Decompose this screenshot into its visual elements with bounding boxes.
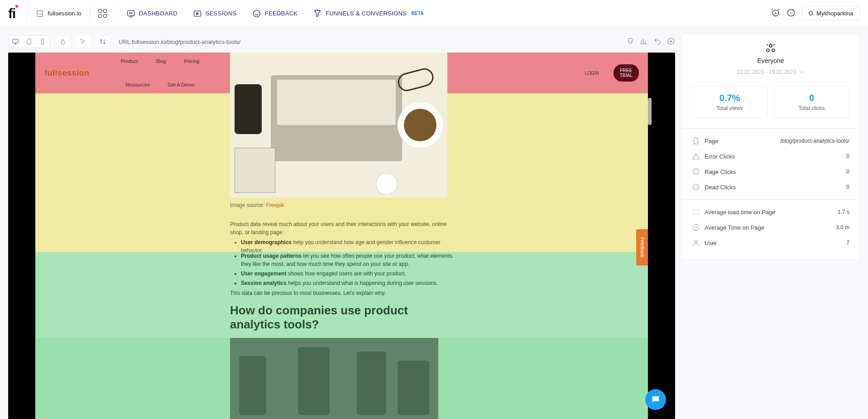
download-icon[interactable] [667,37,675,47]
site-name: fullsession.io [48,10,81,17]
image-credit: Image source: Freepik [230,202,284,208]
bulb-icon[interactable] [626,37,634,47]
page-nav: Product Blog Pricing Resources Get A Dem… [101,58,219,87]
divider [115,5,115,22]
metric-views: 0.7% Total views [692,86,767,118]
stat-error-clicks: Error Clicks 0 [692,149,849,164]
device-group [8,35,50,48]
metric-value: 0.7% [696,93,763,103]
svg-rect-0 [37,10,43,17]
nav-label: SESSIONS [206,10,237,17]
loader-icon [692,208,700,216]
outro-text: This data can be precious to most busine… [230,289,461,297]
smile-icon [252,9,261,18]
metric-clicks: 0 Total clicks [774,86,849,118]
nav-funnels[interactable]: FUNNELS & CONVERSIONS BETA [313,9,424,18]
stat-load-time: Average load time on Page 1.7 s [692,204,849,220]
dashboard-icon [126,9,135,18]
funnel-icon [313,9,322,18]
main: fullsession Product Blog Pricing Resourc… [0,27,868,419]
page-icon [692,137,700,145]
apps-icon[interactable] [98,9,107,18]
divider [27,5,28,22]
user-name: O. Mykhoparkina [809,10,853,17]
site-selector[interactable]: fullsession.io [36,10,81,18]
alarm-icon[interactable] [771,8,780,19]
thumbs-up-icon[interactable] [56,36,70,48]
viewer-toolbar [8,34,675,53]
page-canvas[interactable]: fullsession Product Blog Pricing Resourc… [35,53,648,419]
warning-icon [692,152,700,160]
info-icon[interactable] [786,8,796,19]
url-input[interactable] [119,35,620,48]
nav-label: DASHBOARD [139,10,177,17]
main-nav: DASHBOARD SESSIONS FEEDBACK FUNNELS & CO… [126,9,424,18]
segment-icon [764,43,777,54]
svg-point-13 [769,44,772,47]
clock-icon [692,223,700,231]
cursor-icon[interactable] [76,36,90,48]
beta-badge: BETA [411,11,424,16]
angry-icon [692,168,700,176]
page-nav-item[interactable]: Resources [126,82,150,87]
chat-button[interactable] [645,389,666,410]
svg-point-17 [695,240,697,243]
device-mobile[interactable] [36,36,49,48]
svg-point-14 [693,169,699,175]
page-nav-item[interactable]: Get A Demo [168,82,194,87]
chevron-down-icon [799,69,804,75]
play-icon [193,9,202,18]
divider [90,5,90,22]
app-logo: fi [8,6,19,21]
device-desktop[interactable] [9,36,22,48]
svg-point-11 [767,49,769,52]
page-nav-item[interactable]: Blog [156,58,166,64]
svg-point-15 [693,184,699,190]
nav-label: FUNNELS & CONVERSIONS [326,10,407,17]
metric-label: Total views [696,105,763,111]
device-tablet[interactable] [22,36,36,48]
user-menu[interactable]: O. Mykhoparkina [802,6,860,20]
page-logo: fullsession [44,68,90,78]
svg-point-12 [772,49,775,52]
stat-page: Page /blog/product-analytics-tools/ [692,133,849,149]
nav-sessions[interactable]: SESSIONS [193,9,237,18]
nav-feedback[interactable]: FEEDBACK [252,9,297,18]
compare-icon[interactable] [96,36,110,48]
nav-dashboard[interactable]: DASHBOARD [126,9,177,18]
page-nav-item[interactable]: Pricing [184,58,200,64]
svg-rect-7 [13,39,18,43]
svg-point-4 [253,10,260,17]
stat-dead-clicks: Dead Clicks 0 [692,179,849,195]
date-range[interactable]: 12.01.2023 - 19.01.2023 [737,69,805,75]
scrollbar-thumb[interactable] [648,98,652,125]
feedback-tab[interactable]: Feedback [636,229,648,265]
building-icon [36,10,44,18]
section-image [230,338,438,419]
page-nav-item[interactable]: Product [121,58,138,64]
segment-title: Everyone [692,57,849,64]
metric-value: 0 [778,93,845,103]
stat-rage-clicks: Rage Clicks 0 [692,164,849,179]
stat-avg-time: Average Time on Page 3.0 m [692,220,849,235]
credit-link[interactable]: Freepik [266,202,284,208]
top-bar: fi fullsession.io DASHBOARD SESSIONS FEE… [0,0,868,27]
chart-icon[interactable] [640,37,648,47]
nav-label: FEEDBACK [265,10,297,17]
heatmap-viewer: fullsession Product Blog Pricing Resourc… [8,53,675,419]
metric-label: Total clicks [778,105,845,111]
section-heading: How do companies use product analytics t… [230,303,461,332]
dead-icon [692,183,700,191]
undo-icon[interactable] [653,37,662,47]
user-icon [692,239,700,247]
intro-text: Product data reveal much about your user… [230,220,461,236]
stat-user: User 7 [692,235,849,250]
stats-panel: Everyone 12.01.2023 - 19.01.2023 0.7% To… [681,34,860,260]
page-cta[interactable]: FREETRIAL [614,64,639,82]
page-login[interactable]: LOGIN [585,71,599,76]
hero-image [230,53,447,197]
